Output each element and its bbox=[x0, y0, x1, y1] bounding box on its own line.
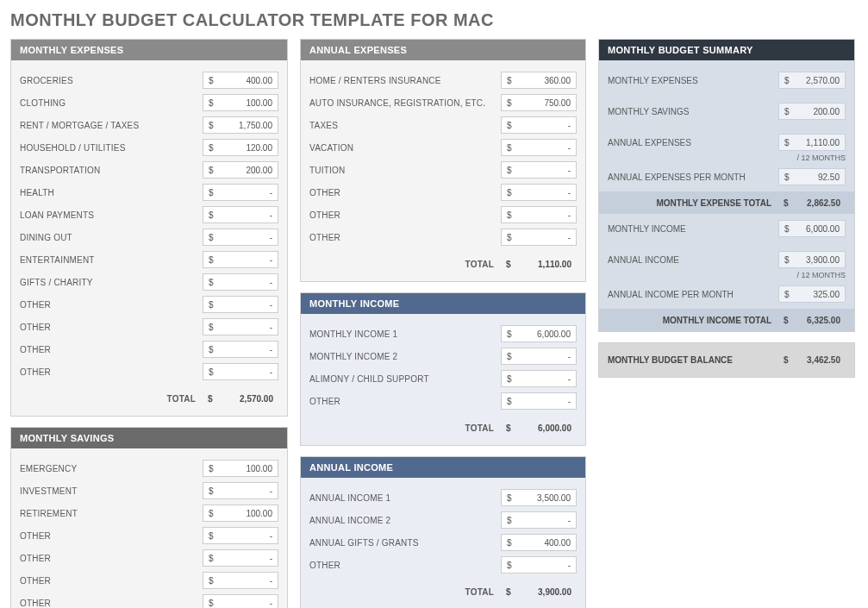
annual-expenses-body: HOME / RENTERS INSURANCE$360.00AUTO INSU… bbox=[301, 60, 585, 281]
annual-expenses-label: TUITION bbox=[309, 166, 501, 175]
annual-income-input[interactable]: $3,500.00 bbox=[501, 489, 577, 506]
summary-panel: MONTHLY BUDGET SUMMARY MONTHLY EXPENSES … bbox=[598, 39, 855, 332]
monthly-savings-input[interactable]: $- bbox=[203, 594, 278, 608]
total-label: TOTAL bbox=[309, 587, 501, 597]
summary-monthly-income-value[interactable]: $6,000.00 bbox=[778, 220, 846, 237]
monthly-expenses-input[interactable]: $- bbox=[203, 229, 278, 246]
monthly-income-row: MONTHLY INCOME 1$6,000.00 bbox=[309, 324, 577, 343]
monthly-expenses-label: TRANSPORTATION bbox=[20, 166, 203, 175]
monthly-income-input[interactable]: $- bbox=[501, 392, 577, 410]
monthly-expenses-panel: MONTHLY EXPENSES GROCERIES$400.00CLOTHIN… bbox=[10, 39, 288, 417]
monthly-expenses-input[interactable]: $- bbox=[203, 341, 278, 358]
monthly-savings-row: OTHER$- bbox=[20, 548, 278, 567]
monthly-income-row: MONTHLY INCOME 2$- bbox=[309, 347, 577, 366]
monthly-savings-row: OTHER$- bbox=[20, 526, 278, 545]
annual-income-input[interactable]: $- bbox=[501, 556, 577, 574]
monthly-expenses-input[interactable]: $- bbox=[203, 318, 278, 335]
annual-expenses-input[interactable]: $- bbox=[501, 161, 577, 179]
summary-annual-income-row: ANNUAL INCOME $3,900.00 bbox=[608, 250, 846, 269]
monthly-income-body: MONTHLY INCOME 1$6,000.00MONTHLY INCOME … bbox=[301, 314, 585, 445]
monthly-income-input[interactable]: $- bbox=[501, 348, 577, 365]
annual-expenses-total: $1,110.00 bbox=[501, 260, 577, 269]
summary-income-total-value: $6,325.00 bbox=[778, 316, 846, 325]
monthly-expenses-row: ENTERTAINMENT$- bbox=[20, 250, 278, 269]
summary-income-total-bar: MONTHLY INCOME TOTAL $6,325.00 bbox=[599, 309, 854, 331]
annual-income-total: $3,900.00 bbox=[501, 587, 577, 597]
summary-monthly-savings-value[interactable]: $200.00 bbox=[778, 103, 846, 120]
summary-annual-expenses-pm-value[interactable]: $92.50 bbox=[778, 168, 846, 185]
summary-monthly-expenses-label: MONTHLY EXPENSES bbox=[608, 76, 778, 85]
annual-expenses-row: TUITION$- bbox=[309, 160, 577, 179]
annual-income-row: ANNUAL GIFTS / GRANTS$400.00 bbox=[309, 533, 577, 552]
monthly-expenses-row: TRANSPORTATION$200.00 bbox=[20, 160, 278, 179]
annual-expenses-total-row: TOTAL$1,110.00 bbox=[309, 254, 577, 274]
monthly-savings-label: OTHER bbox=[20, 576, 203, 586]
monthly-expenses-input[interactable]: $1,750.00 bbox=[203, 116, 278, 134]
monthly-savings-input[interactable]: $- bbox=[203, 482, 278, 499]
annual-expenses-label: OTHER bbox=[309, 188, 501, 197]
monthly-savings-input[interactable]: $- bbox=[203, 549, 278, 567]
summary-annual-income-pm-label: ANNUAL INCOME PER MONTH bbox=[608, 290, 778, 299]
monthly-expenses-input[interactable]: $400.00 bbox=[203, 72, 278, 89]
monthly-expenses-label: OTHER bbox=[20, 345, 203, 354]
monthly-expenses-label: LOAN PAYMENTS bbox=[20, 210, 203, 220]
monthly-income-panel: MONTHLY INCOME MONTHLY INCOME 1$6,000.00… bbox=[300, 292, 586, 446]
monthly-expenses-input[interactable]: $- bbox=[203, 184, 278, 201]
monthly-income-row: OTHER$- bbox=[309, 392, 577, 411]
summary-annual-income-label: ANNUAL INCOME bbox=[608, 255, 778, 265]
monthly-income-input[interactable]: $- bbox=[501, 370, 577, 387]
monthly-savings-input[interactable]: $100.00 bbox=[203, 505, 278, 522]
annual-expenses-label: VACATION bbox=[309, 143, 501, 153]
monthly-savings-input[interactable]: $- bbox=[203, 572, 278, 589]
summary-header: MONTHLY BUDGET SUMMARY bbox=[599, 40, 854, 60]
monthly-savings-input[interactable]: $- bbox=[203, 527, 278, 544]
summary-annual-income-pm-value[interactable]: $325.00 bbox=[778, 285, 846, 303]
annual-expenses-input[interactable]: $- bbox=[501, 229, 577, 246]
monthly-income-label: ALIMONY / CHILD SUPPORT bbox=[309, 374, 501, 384]
annual-expenses-input[interactable]: $- bbox=[501, 139, 577, 156]
summary-monthly-income-row: MONTHLY INCOME $6,000.00 bbox=[608, 219, 846, 238]
monthly-expenses-row: HOUSEHOLD / UTILITIES$120.00 bbox=[20, 138, 278, 157]
monthly-expenses-row: CLOTHING$100.00 bbox=[20, 93, 278, 112]
monthly-savings-row: RETIREMENT$100.00 bbox=[20, 504, 278, 523]
annual-expenses-input[interactable]: $- bbox=[501, 184, 577, 201]
monthly-expenses-label: RENT / MORTGAGE / TAXES bbox=[20, 121, 203, 130]
balance-value: $3,462.50 bbox=[778, 355, 846, 365]
monthly-savings-input[interactable]: $100.00 bbox=[203, 460, 278, 477]
summary-annual-expenses-value[interactable]: $1,110.00 bbox=[778, 134, 846, 151]
monthly-expenses-input[interactable]: $- bbox=[203, 251, 278, 268]
monthly-expenses-input[interactable]: $- bbox=[203, 273, 278, 291]
monthly-income-row: ALIMONY / CHILD SUPPORT$- bbox=[309, 369, 577, 388]
annual-expenses-row: VACATION$- bbox=[309, 138, 577, 157]
annual-expenses-input[interactable]: $- bbox=[501, 206, 577, 223]
monthly-expenses-input[interactable]: $100.00 bbox=[203, 94, 278, 111]
monthly-expenses-input[interactable]: $- bbox=[203, 296, 278, 313]
summary-expense-total-label: MONTHLY EXPENSE TOTAL bbox=[608, 198, 778, 208]
monthly-expenses-row: LOAN PAYMENTS$- bbox=[20, 205, 278, 224]
monthly-expenses-label: GIFTS / CHARITY bbox=[20, 278, 203, 287]
monthly-expenses-row: DINING OUT$- bbox=[20, 228, 278, 247]
annual-expenses-input[interactable]: $360.00 bbox=[501, 72, 577, 89]
monthly-expenses-input[interactable]: $120.00 bbox=[203, 139, 278, 156]
annual-expenses-input[interactable]: $750.00 bbox=[501, 94, 577, 111]
monthly-expenses-label: DINING OUT bbox=[20, 233, 203, 242]
monthly-income-input[interactable]: $6,000.00 bbox=[501, 325, 577, 342]
monthly-expenses-label: OTHER bbox=[20, 323, 203, 332]
monthly-expenses-label: CLOTHING bbox=[20, 98, 203, 108]
annual-income-input[interactable]: $- bbox=[501, 511, 577, 529]
monthly-expenses-input[interactable]: $- bbox=[203, 363, 278, 380]
monthly-savings-label: OTHER bbox=[20, 531, 203, 541]
total-label: TOTAL bbox=[309, 260, 501, 269]
annual-income-input[interactable]: $400.00 bbox=[501, 534, 577, 551]
summary-monthly-expenses-value[interactable]: $2,570.00 bbox=[778, 72, 846, 89]
monthly-expenses-label: OTHER bbox=[20, 367, 203, 377]
annual-expenses-input[interactable]: $- bbox=[501, 116, 577, 134]
summary-annual-income-value[interactable]: $3,900.00 bbox=[778, 251, 846, 268]
monthly-expenses-input[interactable]: $- bbox=[203, 206, 278, 223]
summary-monthly-expenses-row: MONTHLY EXPENSES $2,570.00 bbox=[608, 71, 846, 90]
monthly-expenses-input[interactable]: $200.00 bbox=[203, 161, 278, 179]
annual-income-total-row: TOTAL$3,900.00 bbox=[309, 581, 577, 602]
monthly-savings-row: INVESTMENT$- bbox=[20, 481, 278, 500]
monthly-expenses-row: OTHER$- bbox=[20, 362, 278, 381]
monthly-expenses-row: OTHER$- bbox=[20, 317, 278, 336]
